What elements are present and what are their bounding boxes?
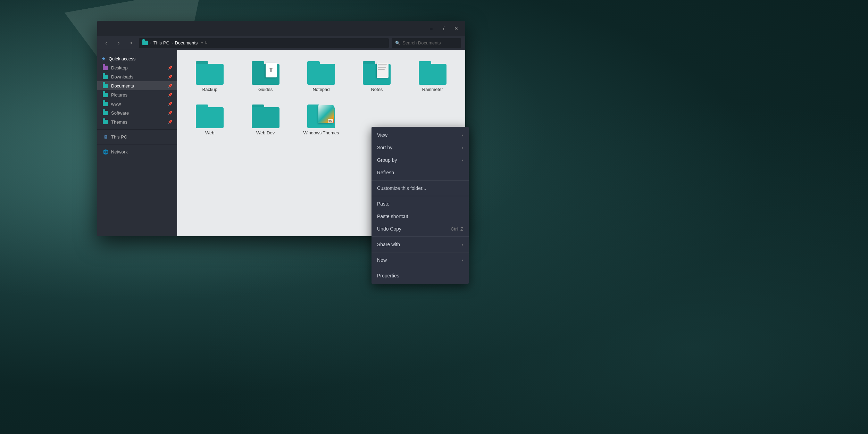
- sidebar-item-network[interactable]: 🌐 Network: [97, 147, 177, 156]
- ctx-divider-3: [372, 236, 469, 237]
- ctx-properties-label: Properties: [377, 273, 463, 278]
- sidebar-themes-label: Themes: [111, 119, 127, 125]
- address-dropdown-icon[interactable]: ▾: [201, 41, 203, 45]
- network-section: 🌐 Network: [97, 147, 177, 156]
- minimize-button[interactable]: –: [428, 25, 435, 32]
- sidebar-divider-2: [97, 144, 177, 144]
- sidebar-item-downloads[interactable]: Downloads 📌: [97, 72, 177, 81]
- sidebar-item-desktop[interactable]: Desktop 📌: [97, 63, 177, 72]
- ctx-customize-label: Customize this folder...: [377, 185, 463, 191]
- sidebar: ★ Quick access Desktop 📌 Downloads 📌: [97, 50, 177, 236]
- ctx-share-label: Share with: [377, 242, 461, 247]
- this-pc-icon: 🖥: [103, 134, 108, 140]
- notepad-folder-icon: [307, 61, 335, 85]
- sidebar-item-pictures[interactable]: Pictures 📌: [97, 90, 177, 99]
- address-separator-1: ›: [150, 41, 151, 45]
- notepad-folder-label: Notepad: [312, 87, 329, 92]
- sidebar-item-www[interactable]: www 📌: [97, 99, 177, 108]
- sidebar-this-pc-label: This PC: [111, 134, 127, 140]
- close-button[interactable]: ✕: [453, 25, 460, 32]
- themes-image-inner: SD: [318, 105, 334, 123]
- star-icon: ★: [101, 56, 106, 61]
- ctx-new-label: New: [377, 257, 461, 263]
- up-button[interactable]: •: [126, 38, 136, 48]
- maximize-button[interactable]: /: [440, 25, 447, 32]
- address-controls: ▾ ↻: [201, 41, 208, 45]
- ctx-divider-2: [372, 196, 469, 196]
- context-menu-refresh[interactable]: Refresh: [372, 166, 469, 179]
- windows-themes-folder-label: Windows Themes: [303, 130, 339, 135]
- folder-backup[interactable]: Backup: [185, 58, 234, 95]
- ctx-refresh-label: Refresh: [377, 170, 463, 175]
- address-refresh-icon[interactable]: ↻: [205, 41, 208, 45]
- sidebar-pictures-label: Pictures: [111, 92, 127, 98]
- pictures-folder-icon: [103, 92, 108, 98]
- desktop-icon: [103, 65, 108, 70]
- ctx-share-arrow: ›: [461, 242, 463, 247]
- search-bar[interactable]: 🔍 Search Documents: [392, 38, 461, 48]
- folder-windows-themes[interactable]: SD Windows Themes: [297, 102, 345, 138]
- context-menu-group-by[interactable]: Group by ›: [372, 154, 469, 166]
- context-menu-view[interactable]: View ›: [372, 129, 469, 141]
- web-folder-icon: [196, 105, 224, 128]
- context-menu-paste-shortcut[interactable]: Paste shortcut: [372, 210, 469, 223]
- toolbar: ‹ › • › This PC › Documents ▾ ↻ 🔍 Search…: [97, 36, 465, 50]
- sidebar-item-documents[interactable]: Documents 📌: [97, 81, 177, 90]
- ctx-new-arrow: ›: [461, 257, 463, 263]
- sidebar-downloads-label: Downloads: [111, 74, 133, 80]
- forward-button[interactable]: ›: [114, 38, 124, 48]
- folder-guides[interactable]: T Guides: [241, 58, 290, 95]
- context-menu: View › Sort by › Group by › Refresh Cust…: [372, 127, 469, 284]
- context-menu-new[interactable]: New ›: [372, 254, 469, 266]
- quick-access-label: Quick access: [109, 56, 135, 61]
- address-this-pc: This PC: [153, 40, 169, 45]
- search-placeholder-text: Search Documents: [402, 40, 441, 45]
- sidebar-documents-label: Documents: [111, 83, 134, 89]
- context-menu-sort-by[interactable]: Sort by ›: [372, 141, 469, 154]
- pin-icon-pictures: 📌: [168, 93, 173, 97]
- context-menu-undo-copy[interactable]: Undo Copy Ctrl+Z: [372, 223, 469, 235]
- search-icon: 🔍: [395, 41, 400, 45]
- address-bar[interactable]: › This PC › Documents ▾ ↻: [139, 38, 389, 48]
- folder-notepad[interactable]: Notepad: [297, 58, 345, 95]
- notes-doc: [377, 62, 389, 78]
- folder-rainmeter[interactable]: Rainmeter: [408, 58, 457, 95]
- context-menu-properties[interactable]: Properties: [372, 269, 469, 282]
- sidebar-item-quick-access[interactable]: ★ Quick access: [97, 54, 177, 63]
- network-icon: 🌐: [103, 149, 108, 155]
- rainmeter-folder-label: Rainmeter: [422, 87, 443, 92]
- documents-folder-icon: [103, 83, 108, 89]
- sidebar-item-themes[interactable]: Themes 📌: [97, 117, 177, 126]
- downloads-folder-icon: [103, 74, 108, 80]
- sidebar-www-label: www: [111, 101, 121, 107]
- software-folder-icon: [103, 110, 108, 116]
- address-documents: Documents: [175, 40, 198, 45]
- back-button[interactable]: ‹: [101, 38, 111, 48]
- themes-folder-icon: [103, 119, 108, 125]
- windows-themes-folder-icon: SD: [307, 105, 335, 128]
- ctx-undo-copy-label: Undo Copy: [377, 226, 451, 232]
- context-menu-customize[interactable]: Customize this folder...: [372, 182, 469, 194]
- folder-notes[interactable]: Notes: [352, 58, 401, 95]
- notes-folder-icon: [363, 61, 391, 85]
- sidebar-item-this-pc[interactable]: 🖥 This PC: [97, 132, 177, 141]
- context-menu-share-with[interactable]: Share with ›: [372, 238, 469, 251]
- folder-web[interactable]: Web: [185, 102, 234, 138]
- context-menu-paste[interactable]: Paste: [372, 198, 469, 210]
- rainmeter-folder-icon: [419, 61, 446, 85]
- ctx-group-label: Group by: [377, 157, 461, 163]
- pin-icon-downloads: 📌: [168, 75, 173, 79]
- folder-web-dev[interactable]: Web Dev: [241, 102, 290, 138]
- address-separator-2: ›: [172, 41, 173, 45]
- quick-access-section: ★ Quick access Desktop 📌 Downloads 📌: [97, 54, 177, 126]
- ctx-divider-1: [372, 180, 469, 181]
- guides-folder-label: Guides: [258, 87, 273, 92]
- pin-icon-www: 📌: [168, 102, 173, 106]
- ctx-paste-shortcut-label: Paste shortcut: [377, 214, 463, 219]
- sidebar-item-software[interactable]: Software 📌: [97, 108, 177, 117]
- sidebar-desktop-label: Desktop: [111, 65, 128, 70]
- sidebar-divider-1: [97, 129, 177, 130]
- www-folder-icon: [103, 101, 108, 107]
- ctx-undo-copy-shortcut: Ctrl+Z: [451, 226, 463, 232]
- pin-icon-documents: 📌: [168, 84, 173, 88]
